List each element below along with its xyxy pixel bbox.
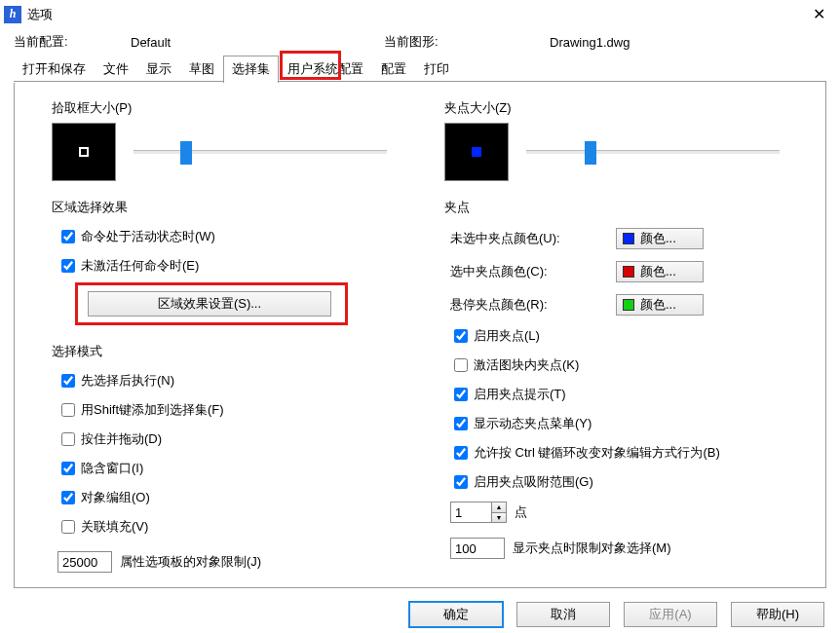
unselected-grip-color-text: 颜色... <box>640 230 676 247</box>
selected-grip-color-row: 选中夹点颜色(C): 颜色... <box>450 261 808 282</box>
checkbox-press-drag-label: 按住并拖动(D) <box>81 430 162 448</box>
dialog-buttons: 确定 取消 应用(A) 帮助(H) <box>0 588 840 633</box>
snap-value-spinner[interactable]: ▲ ▼ <box>450 502 507 523</box>
tab-print[interactable]: 打印 <box>415 56 458 83</box>
check-cmd-active[interactable]: 命令处于活动状态时(W) <box>57 227 415 246</box>
checkbox-cmd-active[interactable] <box>61 230 75 243</box>
spinner-up-icon[interactable]: ▲ <box>492 503 506 513</box>
check-object-group[interactable]: 对象编组(O) <box>57 488 415 507</box>
checkbox-implied-window[interactable] <box>61 462 75 475</box>
unselected-grip-color-label: 未选中夹点颜色(U): <box>450 230 616 247</box>
checkbox-dyn-menu[interactable] <box>454 417 468 430</box>
obj-limit-input[interactable] <box>57 551 112 573</box>
check-no-cmd-active[interactable]: 未激活任何命令时(E) <box>57 256 415 276</box>
close-icon[interactable]: ✕ <box>797 0 840 29</box>
select-mode-label: 选择模式 <box>52 343 415 360</box>
pickbox-slider[interactable] <box>134 150 387 154</box>
hover-grip-color-text: 颜色... <box>640 296 676 314</box>
tab-selection[interactable]: 选择集 <box>223 56 279 83</box>
tabs: 打开和保存 文件 显示 草图 选择集 用户系统配置 配置 打印 <box>0 53 840 82</box>
grip-limit-row: 显示夹点时限制对象选择(M) <box>450 538 808 559</box>
highlight-area-settings: 区域效果设置(S)... <box>75 282 348 325</box>
check-use-shift[interactable]: 用Shift键添加到选择集(F) <box>57 400 415 420</box>
grip-slider-thumb[interactable] <box>585 141 596 165</box>
tab-content: 拾取框大小(P) 区域选择效果 命令处于活动状态时(W) 未激活任何命令时(E)… <box>14 82 826 588</box>
grip-preview <box>444 123 509 181</box>
pickbox-size-label: 拾取框大小(P) <box>52 99 415 117</box>
checkbox-grip-tips[interactable] <box>454 388 468 401</box>
checkbox-blk-grips-label: 激活图块内夹点(K) <box>474 356 579 374</box>
hover-grip-color-button[interactable]: 颜色... <box>616 294 704 316</box>
checkbox-ctrl-cycle[interactable] <box>454 446 468 460</box>
grips-section-label: 夹点 <box>444 199 808 216</box>
checkbox-cmd-active-label: 命令处于活动状态时(W) <box>81 228 215 245</box>
snap-value-input[interactable] <box>450 502 491 523</box>
config-value: Default <box>131 35 384 50</box>
right-column: 夹点大小(Z) 夹点 未选中夹点颜色(U): 颜色... 选中夹点颜色(C): … <box>444 95 808 558</box>
hover-grip-color-label: 悬停夹点颜色(R): <box>450 296 616 314</box>
check-blk-grips[interactable]: 激活图块内夹点(K) <box>450 355 808 375</box>
grip-size-label: 夹点大小(Z) <box>444 99 808 117</box>
tab-display[interactable]: 显示 <box>137 56 180 83</box>
help-button[interactable]: 帮助(H) <box>731 602 824 627</box>
grip-slider[interactable] <box>526 150 780 154</box>
tab-file[interactable]: 文件 <box>95 56 137 83</box>
check-assoc-hatch[interactable]: 关联填充(V) <box>57 517 415 537</box>
header-info: 当前配置: Default 当前图形: Drawing1.dwg <box>0 29 840 53</box>
checkbox-snap-range[interactable] <box>454 475 468 489</box>
drawing-value: Drawing1.dwg <box>550 35 826 50</box>
checkbox-object-group[interactable] <box>61 491 75 504</box>
snap-value-row: ▲ ▼ 点 <box>450 502 808 523</box>
area-effect-settings-button[interactable]: 区域效果设置(S)... <box>88 291 331 316</box>
grip-limit-input[interactable] <box>450 538 505 559</box>
selected-grip-color-button[interactable]: 颜色... <box>616 261 704 282</box>
checkbox-snap-range-label: 启用夹点吸附范围(G) <box>474 473 593 491</box>
checkbox-dyn-menu-label: 显示动态夹点菜单(Y) <box>474 415 592 432</box>
drawing-label: 当前图形: <box>384 33 550 51</box>
area-effect-label: 区域选择效果 <box>52 199 415 216</box>
app-icon: h <box>4 6 21 23</box>
pickbox-slider-thumb[interactable] <box>180 141 192 165</box>
checkbox-no-cmd-active[interactable] <box>61 259 75 273</box>
config-label: 当前配置: <box>14 33 131 51</box>
ok-button[interactable]: 确定 <box>409 602 503 627</box>
unselected-grip-color-button[interactable]: 颜色... <box>616 228 704 249</box>
check-dyn-menu[interactable]: 显示动态夹点菜单(Y) <box>450 414 808 433</box>
tab-open-save[interactable]: 打开和保存 <box>14 56 95 83</box>
obj-limit-row: 属性选项板的对象限制(J) <box>57 551 415 573</box>
checkbox-noun-verb[interactable] <box>61 374 75 388</box>
obj-limit-label: 属性选项板的对象限制(J) <box>120 553 261 571</box>
tab-config[interactable]: 配置 <box>372 56 415 83</box>
selected-grip-color-swatch <box>623 266 634 278</box>
checkbox-use-shift-label: 用Shift键添加到选择集(F) <box>81 401 224 419</box>
checkbox-implied-window-label: 隐含窗口(I) <box>81 460 143 477</box>
tab-sketch[interactable]: 草图 <box>180 56 223 83</box>
spinner-down-icon[interactable]: ▼ <box>492 513 506 523</box>
checkbox-blk-grips[interactable] <box>454 358 468 372</box>
check-snap-range[interactable]: 启用夹点吸附范围(G) <box>450 472 808 492</box>
checkbox-enable-grips[interactable] <box>454 329 468 343</box>
checkbox-ctrl-cycle-label: 允许按 Ctrl 键循环改变对象编辑方式行为(B) <box>474 444 720 462</box>
apply-button[interactable]: 应用(A) <box>624 602 717 627</box>
cancel-button[interactable]: 取消 <box>516 602 610 627</box>
checkbox-use-shift[interactable] <box>61 403 75 417</box>
checkbox-no-cmd-active-label: 未激活任何命令时(E) <box>81 257 199 275</box>
check-enable-grips[interactable]: 启用夹点(L) <box>450 326 808 346</box>
selected-grip-color-label: 选中夹点颜色(C): <box>450 263 616 280</box>
grip-limit-label: 显示夹点时限制对象选择(M) <box>513 540 671 557</box>
checkbox-assoc-hatch[interactable] <box>61 520 75 534</box>
check-press-drag[interactable]: 按住并拖动(D) <box>57 429 415 449</box>
unselected-grip-color-swatch <box>623 233 634 244</box>
checkbox-press-drag[interactable] <box>61 432 75 446</box>
check-implied-window[interactable]: 隐含窗口(I) <box>57 459 415 478</box>
unselected-grip-color-row: 未选中夹点颜色(U): 颜色... <box>450 228 808 249</box>
tab-user-sys[interactable]: 用户系统配置 <box>279 56 372 83</box>
check-ctrl-cycle[interactable]: 允许按 Ctrl 键循环改变对象编辑方式行为(B) <box>450 443 808 463</box>
hover-grip-color-swatch <box>623 299 634 311</box>
check-grip-tips[interactable]: 启用夹点提示(T) <box>450 385 808 404</box>
titlebar: h 选项 ✕ <box>0 0 840 29</box>
checkbox-assoc-hatch-label: 关联填充(V) <box>81 518 148 536</box>
pickbox-preview <box>52 123 116 181</box>
checkbox-object-group-label: 对象编组(O) <box>81 489 150 506</box>
check-noun-verb[interactable]: 先选择后执行(N) <box>57 371 415 391</box>
